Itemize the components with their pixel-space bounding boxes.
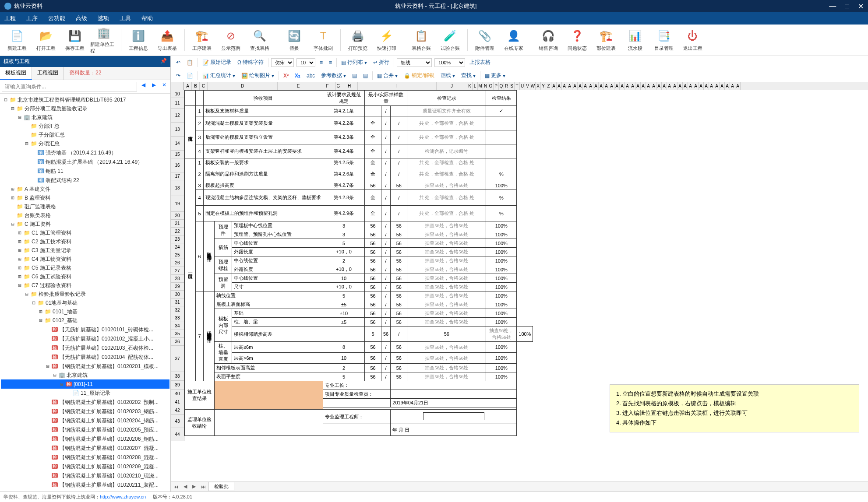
tree-node[interactable]: 📁分部汇总	[1, 122, 169, 130]
minimize-button[interactable]: —	[829, 2, 836, 11]
toolbar-工程信息[interactable]: ℹ️工程信息	[125, 26, 152, 54]
tab-next-icon[interactable]: ▶	[190, 484, 198, 489]
tree-node[interactable]: ⊞📁B 监理资料	[1, 193, 169, 202]
toolbar-字体批刷[interactable]: T字体批刷	[310, 26, 337, 54]
special-char-button[interactable]: Ω 特殊字符	[236, 58, 265, 67]
toolbar-显示范例[interactable]: ⊘显示范例	[217, 26, 244, 54]
tree-node[interactable]: ⊟📁C 施工资料	[1, 220, 169, 228]
maximize-button[interactable]: □	[845, 2, 849, 11]
toolbar-问题状态[interactable]: ❓问题状态	[564, 26, 591, 54]
tree-node[interactable]: ⊞📁C1 施工管理资料	[1, 228, 169, 237]
tree-node[interactable]: 检【无筋扩展基础】01020103_石砌体检...	[1, 343, 169, 352]
tree-node[interactable]: 检【钢筋混凝土扩展基础】01020210_现浇...	[1, 471, 169, 480]
tree-node[interactable]: ⊞📁C4 施工物资资料	[1, 255, 169, 263]
stats-button[interactable]: 📊 汇总统计 ▾	[201, 71, 237, 80]
tree-node[interactable]: 检【钢筋混凝土扩展基础】01020206_钢筋...	[1, 434, 169, 443]
spreadsheet-area[interactable]: ABCDEFGHIJKLMNOPQRSTUVWXYZAAAAAAAAAAAAAA…	[171, 82, 868, 481]
menu-工序[interactable]: 工序	[26, 14, 38, 22]
search-clear-icon[interactable]: ✕	[160, 82, 169, 91]
toolbar-快速打印[interactable]: ⚡快速打印	[373, 26, 400, 54]
toolbar-目录管理[interactable]: 📑目录管理	[650, 26, 677, 54]
search-prev-icon[interactable]: ◀	[139, 82, 148, 91]
upload-button[interactable]: 上报表格	[468, 58, 492, 67]
tree-node[interactable]: 项钢筋 11	[1, 166, 169, 176]
more-button[interactable]: ▦ 更多 ▾	[483, 71, 507, 80]
toolbar-替换[interactable]: 🔄替换	[281, 26, 308, 54]
tree-node[interactable]: 检【无筋扩展基础】01020101_砖砌体检...	[1, 325, 169, 334]
toolbar-表格台账[interactable]: 📋表格台账	[408, 26, 435, 54]
tree-node[interactable]: ⊞📁C3 施工测量记录	[1, 246, 169, 255]
tree-node[interactable]: ⊟📁检验批质量验收记录	[1, 290, 169, 298]
line-select[interactable]: 细线	[397, 58, 432, 67]
align-center-icon[interactable]: ≡	[327, 59, 334, 67]
tree-node[interactable]: 项强夯地基 （2019.4.21 16.49）	[1, 148, 169, 157]
align-left-icon[interactable]: ≡	[318, 59, 325, 67]
menu-高级[interactable]: 高级	[76, 14, 87, 22]
zoom-select[interactable]: 100%	[434, 58, 465, 67]
toolbar-流水段[interactable]: 📊流水段	[621, 26, 649, 54]
tree-node[interactable]: ⊟📁0102_基础	[1, 316, 169, 325]
original-record-button[interactable]: 📝 原始记录	[201, 58, 233, 67]
toolbar-新建工程[interactable]: 📄新建工程	[4, 26, 31, 54]
tree-node[interactable]: 项钢筋混凝土扩展基础 （2019.4.21 16.49）	[1, 157, 169, 166]
menu-帮助[interactable]: 帮助	[141, 14, 153, 22]
tree-node[interactable]: 检【钢筋混凝土扩展基础】01020205_预应...	[1, 425, 169, 434]
tree-node[interactable]: ⊞📁C5 施工记录表格	[1, 263, 169, 272]
redo-button[interactable]: ↷	[174, 72, 182, 80]
tree-node[interactable]: 检【无筋扩展基础】01020102_混凝土小...	[1, 334, 169, 343]
toolbar-试验台账[interactable]: 🧪试验台账	[437, 26, 464, 54]
tree-node[interactable]: ⊟📁C7 过程验收资料	[1, 281, 169, 290]
superscript-button[interactable]: X²	[282, 72, 290, 80]
tree-node[interactable]: 检【无筋扩展基础】01020104_配筋砌体...	[1, 352, 169, 362]
lock-button[interactable]: 🔒 锁定/解锁	[402, 71, 436, 80]
toolbar-打开工程[interactable]: 📂打开工程	[32, 26, 60, 54]
menu-工程[interactable]: 工程	[4, 14, 16, 22]
valign-icon[interactable]: ▤	[350, 72, 359, 80]
toolbar-保存工程[interactable]: 💾保存工程	[61, 26, 88, 54]
website-link[interactable]: http://www.zhuyew.cn	[100, 494, 146, 499]
tree-node[interactable]: 检【钢筋混凝土扩展基础】01020208_混凝...	[1, 453, 169, 462]
tree-node[interactable]: ⊞📁0101_地基	[1, 307, 169, 316]
tree-node[interactable]: 📁台账类表格	[1, 211, 169, 220]
find-button[interactable]: 查找 ▾	[459, 71, 477, 80]
tab-last-icon[interactable]: ⏭	[198, 484, 208, 489]
toolbar-导出表格[interactable]: 📤导出表格	[154, 26, 181, 54]
tree-node[interactable]: ⊟检【钢筋混凝土扩展基础】01020201_模板...	[1, 362, 169, 371]
tree-node[interactable]: 项装配式结构 22	[1, 176, 169, 185]
draw-image-button[interactable]: 🖼️ 绘制图片 ▾	[240, 71, 276, 80]
tree-node[interactable]: 检【筏形与箱形基础】01020301_模板安装...	[1, 489, 169, 491]
drawline-button[interactable]: 画线 ▾	[439, 71, 457, 80]
menu-云功能[interactable]: 云功能	[48, 14, 65, 22]
toolbar-部位建表[interactable]: 🏗️部位建表	[593, 26, 620, 54]
toolbar-打印预览[interactable]: 🖨️打印预览	[344, 26, 371, 54]
tree-node[interactable]: ⊟📁北京市建筑工程资料管理规程DB11/T695-2017	[1, 95, 169, 104]
wrap-button[interactable]: ↵ 折行	[371, 58, 391, 67]
toolbar-退出工程[interactable]: ⏻退出工程	[679, 26, 706, 54]
tree-node[interactable]: ⊟📁01地基与基础	[1, 298, 169, 307]
toolbar-在线专家[interactable]: 👤在线专家	[500, 26, 527, 54]
menu-选项[interactable]: 选项	[98, 14, 109, 22]
paste-icon[interactable]: 📋	[185, 59, 195, 67]
tab-template-view[interactable]: 模板视图	[0, 67, 32, 80]
tree-node[interactable]: 检【钢筋混凝土扩展基础】01020207_混凝...	[1, 443, 169, 453]
size-select[interactable]: 10	[296, 58, 315, 67]
subscript-button[interactable]: X₂	[293, 72, 302, 80]
tree-node[interactable]: ⊟🏢北京建筑	[1, 371, 169, 379]
tree-node[interactable]: ⊟📁分项汇总	[1, 139, 169, 148]
sheet-tab[interactable]: 检验批	[208, 482, 234, 491]
toolbar-销售咨询[interactable]: 🎧销售咨询	[535, 26, 562, 54]
valign2-icon[interactable]: ▤	[361, 72, 370, 80]
sidebar-pin-icon[interactable]: 📌	[160, 58, 167, 65]
row-col-button[interactable]: ▦ 行列布 ▾	[339, 58, 369, 67]
tab-project-view[interactable]: 工程视图	[32, 67, 64, 80]
tree-node[interactable]: ⊞📁A 基建文件	[1, 185, 169, 193]
tree-node[interactable]: 检【钢筋混凝土扩展基础】01020204_钢筋...	[1, 416, 169, 425]
tree-node[interactable]: 📁子分部汇总	[1, 130, 169, 139]
inspection-table[interactable]: 验收项目设计要求及规范规定最小/实际抽样数量检查记录检查结果主控项目1模板及支架…	[184, 90, 533, 436]
undo-button[interactable]: ↶	[174, 59, 182, 67]
tab-prev-icon[interactable]: ◀	[181, 484, 190, 489]
menu-工具[interactable]: 工具	[120, 14, 131, 22]
tree-node[interactable]: 📄11_原始记录	[1, 389, 169, 397]
search-next-icon[interactable]: ▶	[149, 82, 158, 91]
toolbar-工序建表[interactable]: 🏗️工序建表	[188, 26, 215, 54]
